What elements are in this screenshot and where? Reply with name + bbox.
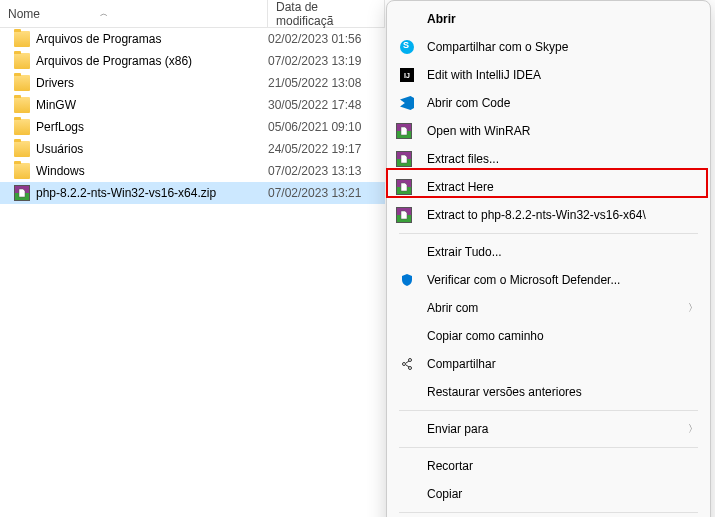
menu-item[interactable]: Extract to php-8.2.2-nts-Win32-vs16-x64\ bbox=[387, 201, 710, 229]
intellij-icon: IJ bbox=[400, 68, 414, 82]
chevron-right-icon: 〉 bbox=[688, 422, 698, 436]
menu-separator bbox=[399, 233, 698, 234]
menu-item-icon-slot bbox=[399, 207, 415, 223]
file-date-label: 07/02/2023 13:19 bbox=[268, 54, 361, 68]
folder-icon bbox=[14, 53, 30, 69]
winrar-icon bbox=[396, 207, 412, 223]
file-date-label: 07/02/2023 13:21 bbox=[268, 186, 361, 200]
menu-item[interactable]: Enviar para〉 bbox=[387, 415, 710, 443]
menu-item[interactable]: Restaurar versões anteriores bbox=[387, 378, 710, 406]
column-header-name[interactable]: Nome ︿ bbox=[0, 0, 268, 27]
file-name-label: Drivers bbox=[36, 76, 268, 90]
menu-item-icon-slot bbox=[399, 179, 415, 195]
folder-icon bbox=[14, 119, 30, 135]
file-name-label: Windows bbox=[36, 164, 268, 178]
menu-separator bbox=[399, 447, 698, 448]
file-name-label: php-8.2.2-nts-Win32-vs16-x64.zip bbox=[36, 186, 268, 200]
menu-item-label: Extract Here bbox=[427, 180, 698, 194]
menu-item-icon-slot bbox=[399, 39, 415, 55]
menu-item-label: Enviar para bbox=[427, 422, 688, 436]
file-row[interactable]: Windows07/02/2023 13:13 bbox=[0, 160, 385, 182]
menu-item[interactable]: IJEdit with IntelliJ IDEA bbox=[387, 61, 710, 89]
file-name-label: Usuários bbox=[36, 142, 268, 156]
column-header-date-label: Data de modificaçã bbox=[276, 0, 376, 28]
menu-item-label: Compartilhar com o Skype bbox=[427, 40, 698, 54]
menu-item[interactable]: Extrair Tudo... bbox=[387, 238, 710, 266]
vscode-icon bbox=[400, 96, 414, 110]
menu-item-icon-slot bbox=[399, 300, 415, 316]
column-header-date[interactable]: Data de modificaçã bbox=[268, 0, 385, 27]
menu-separator bbox=[399, 410, 698, 411]
menu-item[interactable]: Compartilhar bbox=[387, 350, 710, 378]
svg-point-2 bbox=[409, 367, 412, 370]
menu-item[interactable]: Open with WinRAR bbox=[387, 117, 710, 145]
menu-item-icon-slot: IJ bbox=[399, 67, 415, 83]
file-date-label: 24/05/2022 19:17 bbox=[268, 142, 361, 156]
folder-icon bbox=[14, 141, 30, 157]
menu-item-icon-slot bbox=[399, 123, 415, 139]
winrar-icon bbox=[396, 179, 412, 195]
menu-item[interactable]: Extract files... bbox=[387, 145, 710, 173]
menu-item[interactable]: Abrir bbox=[387, 5, 710, 33]
menu-item-label: Recortar bbox=[427, 459, 698, 473]
menu-item-label: Open with WinRAR bbox=[427, 124, 698, 138]
menu-item-icon-slot bbox=[399, 356, 415, 372]
file-date-label: 05/06/2021 09:10 bbox=[268, 120, 361, 134]
file-row[interactable]: PerfLogs05/06/2021 09:10 bbox=[0, 116, 385, 138]
menu-item[interactable]: Abrir com〉 bbox=[387, 294, 710, 322]
file-name-label: MinGW bbox=[36, 98, 268, 112]
file-date-label: 07/02/2023 13:13 bbox=[268, 164, 361, 178]
menu-item-icon-slot bbox=[399, 151, 415, 167]
defender-shield-icon bbox=[400, 273, 414, 287]
file-name-label: Arquivos de Programas (x86) bbox=[36, 54, 268, 68]
file-list: Nome ︿ Data de modificaçã Arquivos de Pr… bbox=[0, 0, 385, 204]
folder-icon bbox=[14, 163, 30, 179]
menu-item-label: Copiar bbox=[427, 487, 698, 501]
menu-item-label: Extract to php-8.2.2-nts-Win32-vs16-x64\ bbox=[427, 208, 698, 222]
file-row[interactable]: Arquivos de Programas (x86)07/02/2023 13… bbox=[0, 50, 385, 72]
file-row[interactable]: MinGW30/05/2022 17:48 bbox=[0, 94, 385, 116]
menu-item[interactable]: Copiar bbox=[387, 480, 710, 508]
winrar-icon bbox=[14, 185, 30, 201]
menu-item[interactable]: Copiar como caminho bbox=[387, 322, 710, 350]
menu-item-label: Extract files... bbox=[427, 152, 698, 166]
skype-icon bbox=[400, 40, 414, 54]
menu-item[interactable]: Abrir com Code bbox=[387, 89, 710, 117]
menu-item[interactable]: Extract Here bbox=[387, 173, 710, 201]
folder-icon bbox=[14, 75, 30, 91]
sort-ascending-icon: ︿ bbox=[100, 8, 108, 19]
column-header-name-label: Nome bbox=[8, 7, 40, 21]
file-row[interactable]: Arquivos de Programas02/02/2023 01:56 bbox=[0, 28, 385, 50]
file-row[interactable]: php-8.2.2-nts-Win32-vs16-x64.zip07/02/20… bbox=[0, 182, 385, 204]
file-row[interactable]: Drivers21/05/2022 13:08 bbox=[0, 72, 385, 94]
folder-icon bbox=[14, 31, 30, 47]
menu-item-label: Compartilhar bbox=[427, 357, 698, 371]
menu-item-label: Abrir com Code bbox=[427, 96, 698, 110]
menu-separator bbox=[399, 512, 698, 513]
menu-item-icon-slot bbox=[399, 272, 415, 288]
menu-item[interactable]: Verificar com o Microsoft Defender... bbox=[387, 266, 710, 294]
chevron-right-icon: 〉 bbox=[688, 301, 698, 315]
menu-item-label: Copiar como caminho bbox=[427, 329, 698, 343]
menu-item-icon-slot bbox=[399, 421, 415, 437]
menu-item[interactable]: Recortar bbox=[387, 452, 710, 480]
winrar-icon bbox=[396, 151, 412, 167]
menu-item-label: Abrir com bbox=[427, 301, 688, 315]
svg-point-0 bbox=[409, 359, 412, 362]
menu-item-icon-slot bbox=[399, 11, 415, 27]
context-menu: AbrirCompartilhar com o SkypeIJEdit with… bbox=[386, 0, 711, 517]
file-name-label: PerfLogs bbox=[36, 120, 268, 134]
menu-item-label: Restaurar versões anteriores bbox=[427, 385, 698, 399]
menu-item-icon-slot bbox=[399, 95, 415, 111]
menu-item-icon-slot bbox=[399, 244, 415, 260]
menu-item-label: Edit with IntelliJ IDEA bbox=[427, 68, 698, 82]
file-name-label: Arquivos de Programas bbox=[36, 32, 268, 46]
column-header-row: Nome ︿ Data de modificaçã bbox=[0, 0, 385, 28]
menu-item-icon-slot bbox=[399, 328, 415, 344]
winrar-icon bbox=[396, 123, 412, 139]
menu-item[interactable]: Compartilhar com o Skype bbox=[387, 33, 710, 61]
menu-item-icon-slot bbox=[399, 458, 415, 474]
file-date-label: 30/05/2022 17:48 bbox=[268, 98, 361, 112]
file-row[interactable]: Usuários24/05/2022 19:17 bbox=[0, 138, 385, 160]
file-date-label: 02/02/2023 01:56 bbox=[268, 32, 361, 46]
